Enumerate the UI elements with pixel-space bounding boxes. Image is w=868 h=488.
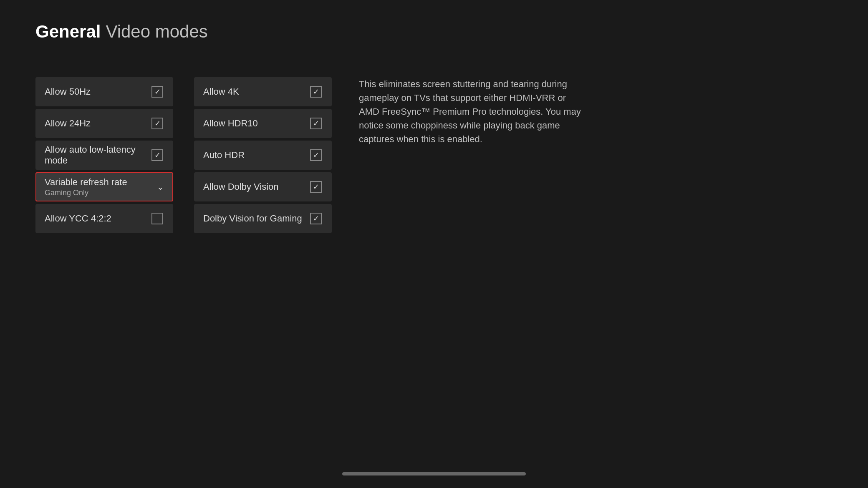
checkbox-icon: ✓ [309, 85, 323, 98]
setting-row-allow-dolby-vision[interactable]: Allow Dolby Vision✓ [194, 172, 332, 201]
title-light: Video modes [106, 22, 207, 42]
setting-row-allow-auto-low-latency[interactable]: Allow auto low-latency mode✓ [35, 141, 173, 170]
settings-container: Allow 50Hz✓Allow 24Hz✓Allow auto low-lat… [35, 77, 332, 233]
checkbox-icon: ✓ [309, 212, 323, 225]
checkbox-icon: ✓ [309, 180, 323, 194]
page-title: General Video modes [35, 22, 208, 42]
setting-row-allow-ycc[interactable]: Allow YCC 4:2:2 [35, 204, 173, 233]
checkbox-icon: ✓ [151, 85, 164, 98]
description-text: This eliminates screen stuttering and te… [359, 77, 584, 146]
description-panel: This eliminates screen stuttering and te… [359, 77, 584, 146]
checkbox-icon: ✓ [309, 117, 323, 130]
chevron-down-icon: ⌄ [157, 182, 164, 192]
setting-row-dolby-vision-gaming[interactable]: Dolby Vision for Gaming✓ [194, 204, 332, 233]
setting-row-auto-hdr[interactable]: Auto HDR✓ [194, 141, 332, 170]
checkbox-icon: ✓ [151, 117, 164, 130]
checkbox-icon [151, 212, 164, 225]
setting-row-variable-refresh-rate[interactable]: Variable refresh rateGaming Only⌄ [35, 172, 173, 201]
setting-row-allow-24hz[interactable]: Allow 24Hz✓ [35, 109, 173, 138]
scrollbar-thumb [342, 472, 526, 475]
title-bold: General [35, 22, 101, 42]
right-column: Allow 4K✓Allow HDR10✓Auto HDR✓Allow Dolb… [194, 77, 332, 233]
checkbox-icon: ✓ [309, 148, 323, 162]
checkbox-icon: ✓ [151, 148, 164, 162]
setting-row-allow-50hz[interactable]: Allow 50Hz✓ [35, 77, 173, 106]
scrollbar[interactable] [342, 472, 526, 475]
setting-row-allow-hdr10[interactable]: Allow HDR10✓ [194, 109, 332, 138]
setting-row-allow-4k[interactable]: Allow 4K✓ [194, 77, 332, 106]
left-column: Allow 50Hz✓Allow 24Hz✓Allow auto low-lat… [35, 77, 173, 233]
